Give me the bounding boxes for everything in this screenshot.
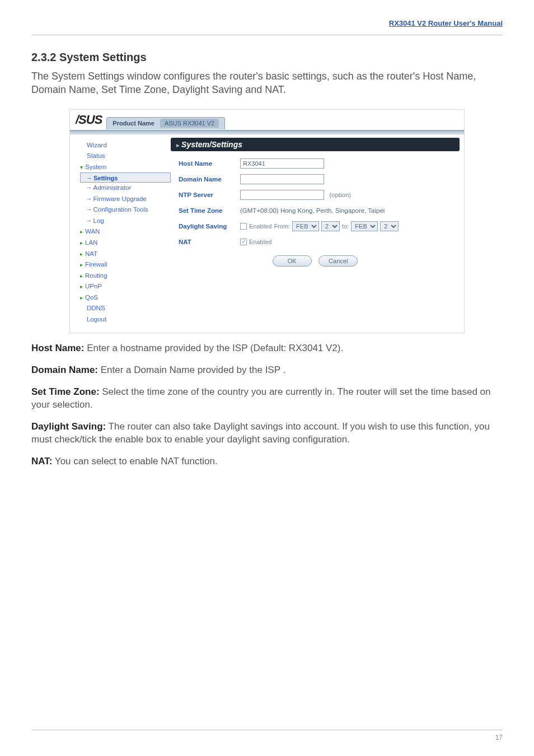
para-daylight-saving: Daylight Saving: The router can also tak… [31,421,503,446]
daylight-from-day[interactable]: 2 [321,221,340,231]
nav-wizard[interactable]: Wizard [80,140,171,151]
daylight-saving-label: Daylight Saving [171,223,240,230]
nav-nat[interactable]: NAT [80,249,171,260]
nat-enabled-text: Enabled [249,239,271,245]
settings-panel: System/Settings Host Name Domain Name NT… [171,138,460,325]
nat-enabled-checkbox[interactable]: ✓ [240,239,247,245]
sidebar-nav: Wizard Status System Settings Administra… [74,138,171,325]
nav-wan[interactable]: WAN [80,226,171,237]
daylight-from-text: From: [274,223,290,230]
nav-log[interactable]: Log [80,216,171,227]
daylight-enabled-text: Enabled [249,223,271,230]
product-name-value: ASUS RX3041 V2 [160,119,219,128]
nav-status[interactable]: Status [80,151,171,162]
para-domain-name: Domain Name: Enter a Domain Name provide… [31,364,503,377]
nav-lan[interactable]: LAN [80,237,171,249]
daylight-to-text: to: [342,223,349,230]
ntp-option-note: (option) [329,192,351,198]
set-time-zone-value[interactable]: (GMT+08:00) Hong Kong, Perth, Singapore,… [240,207,460,214]
footer-divider [31,730,503,730]
settings-screenshot: /SUS Product Name ASUS RX3041 V2 Wizard … [69,109,465,334]
asus-logo: /SUS [76,113,106,127]
nav-logout[interactable]: Logout [80,314,171,325]
page-footer: 17 [31,730,503,741]
page-number: 17 [31,734,503,741]
nav-config-tools[interactable]: Configuration Tools [80,204,171,216]
para-nat: NAT: You can select to enable NAT functi… [31,455,503,468]
manual-header-link[interactable]: RX3041 V2 Router User's Manual [389,19,503,27]
nav-firmware[interactable]: Firmware Upgrade [80,194,171,205]
nav-firewall[interactable]: Firewall [80,259,171,270]
domain-name-input[interactable] [240,174,324,184]
ntp-server-input[interactable] [240,190,324,200]
ok-button[interactable]: OK [273,255,312,267]
section-title: 2.3.2 System Settings [31,51,503,64]
set-time-zone-label: Set Time Zone [171,207,240,214]
daylight-enabled-checkbox[interactable] [240,223,247,230]
topbar-divider [70,130,464,134]
screenshot-topbar: /SUS Product Name ASUS RX3041 V2 [70,110,464,130]
nav-administrator[interactable]: Administrator [80,183,171,194]
ntp-server-label: NTP Server [171,192,240,198]
panel-title: System/Settings [171,138,460,151]
product-name-tab: Product Name ASUS RX3041 V2 [106,117,225,129]
daylight-from-month[interactable]: FEB [292,221,319,231]
header-divider [31,35,503,35]
product-name-label: Product Name [113,120,154,127]
nat-label: NAT [171,239,240,245]
intro-paragraph: The System Settings window configures th… [31,69,503,97]
nav-qos[interactable]: QoS [80,292,171,304]
domain-name-label: Domain Name [171,176,240,183]
nav-system[interactable]: System [80,162,171,173]
para-set-time-zone: Set Time Zone: Select the time zone of t… [31,386,503,412]
cancel-button[interactable]: Cancel [318,255,358,267]
nav-routing[interactable]: Routing [80,270,171,282]
nav-settings[interactable]: Settings [80,172,171,183]
nav-upnp[interactable]: UPnP [80,281,171,292]
host-name-input[interactable] [240,158,324,169]
para-host-name: Host Name: Enter a hostname provided by … [31,342,503,355]
host-name-label: Host Name [171,160,240,167]
daylight-to-day[interactable]: 2 [380,221,399,231]
daylight-to-month[interactable]: FEB [351,221,378,231]
nav-ddns[interactable]: DDNS [80,303,171,314]
